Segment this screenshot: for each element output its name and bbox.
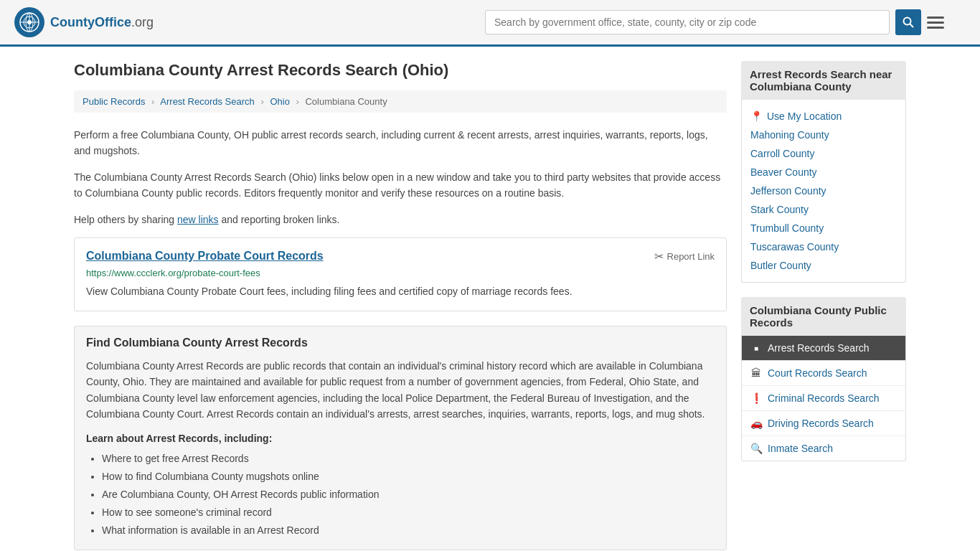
pub-rec-icon: 🔍 (750, 443, 762, 454)
use-location-item[interactable]: 📍 Use My Location (750, 107, 897, 126)
nearby-county-item[interactable]: Butler County (750, 256, 897, 275)
description-3: Help others by sharing new links and rep… (74, 212, 727, 227)
breadcrumb-arrest-records[interactable]: Arrest Records Search (160, 96, 255, 107)
report-link[interactable]: ✂ Report Link (654, 250, 715, 263)
nearby-county-item[interactable]: Stark County (750, 200, 897, 219)
pub-rec-icon: ❗ (750, 392, 762, 404)
pub-rec-icon: 🚗 (750, 418, 762, 429)
nearby-county-link[interactable]: Stark County (750, 204, 809, 215)
pub-rec-icon: 🏛 (750, 367, 762, 379)
pub-rec-item[interactable]: 🚗Driving Records Search (742, 411, 905, 436)
nearby-links: 📍 Use My Location Mahoning CountyCarroll… (741, 100, 906, 283)
breadcrumb-public-records[interactable]: Public Records (83, 96, 145, 107)
link-url[interactable]: https://www.ccclerk.org/probate-court-fe… (86, 268, 715, 278)
link-description: View Columbiana County Probate Court fee… (86, 284, 715, 299)
pub-rec-item[interactable]: ❗Criminal Records Search (742, 386, 905, 411)
report-icon: ✂ (654, 250, 664, 263)
pub-rec-section: Columbiana County Public Records ■Arrest… (741, 297, 906, 461)
pub-rec-icon: ■ (750, 344, 762, 352)
nearby-county-item[interactable]: Beaver County (750, 163, 897, 182)
logo-area: CountyOffice.org (14, 7, 154, 37)
pub-rec-item[interactable]: 🔍Inmate Search (742, 436, 905, 461)
search-button[interactable] (895, 9, 921, 35)
nearby-county-item[interactable]: Trumbull County (750, 219, 897, 237)
description-1: Perform a free Columbiana County, OH pub… (74, 127, 727, 159)
nearby-county-item[interactable]: Jefferson County (750, 182, 897, 200)
sidebar: Arrest Records Search near Columbiana Co… (741, 61, 906, 551)
nearby-county-item[interactable]: Tuscarawas County (750, 237, 897, 256)
svg-point-5 (27, 20, 32, 24)
logo-icon (14, 7, 44, 37)
logo-text: CountyOffice.org (50, 15, 154, 30)
search-area (485, 9, 944, 35)
pub-rec-item[interactable]: 🏛Court Records Search (742, 361, 905, 386)
nearby-county-link[interactable]: Beaver County (750, 166, 817, 178)
site-header: CountyOffice.org (0, 0, 980, 47)
nearby-county-item[interactable]: Mahoning County (750, 126, 897, 144)
find-section-body: Columbiana County Arrest Records are pub… (86, 358, 715, 423)
learn-list-item: What information is available in an Arre… (102, 522, 715, 540)
svg-point-6 (904, 18, 911, 25)
pub-rec-link[interactable]: Criminal Records Search (768, 392, 880, 404)
pub-rec-item[interactable]: ■Arrest Records Search (742, 336, 905, 361)
pub-rec-link[interactable]: Court Records Search (768, 367, 867, 379)
learn-list-item: Are Columbiana County, OH Arrest Records… (102, 486, 715, 504)
nearby-county-item[interactable]: Carroll County (750, 144, 897, 163)
nearby-county-link[interactable]: Mahoning County (750, 129, 829, 141)
svg-line-7 (910, 24, 914, 28)
main-container: Columbiana County Arrest Records Search … (60, 47, 920, 551)
pub-rec-title: Columbiana County Public Records (741, 297, 906, 336)
nearby-section: Arrest Records Search near Columbiana Co… (741, 61, 906, 283)
breadcrumb: Public Records › Arrest Records Search ›… (74, 90, 727, 113)
menu-button[interactable] (927, 17, 944, 29)
nearby-county-link[interactable]: Tuscarawas County (750, 241, 839, 253)
find-section-title: Find Columbiana County Arrest Records (86, 336, 715, 349)
pub-rec-label: Arrest Records Search (768, 342, 870, 354)
nearby-county-link[interactable]: Trumbull County (750, 222, 824, 234)
description-2: The Columbiana County Arrest Records Sea… (74, 169, 727, 202)
location-icon: 📍 (750, 110, 763, 122)
nearby-county-link[interactable]: Butler County (750, 260, 811, 271)
pub-rec-links: ■Arrest Records Search🏛Court Records Sea… (741, 336, 906, 461)
learn-list: Where to get free Arrest RecordsHow to f… (86, 450, 715, 540)
pub-rec-link[interactable]: Inmate Search (768, 443, 833, 454)
link-card-title[interactable]: Columbiana County Probate Court Records (86, 250, 324, 263)
page-title: Columbiana County Arrest Records Search … (74, 61, 727, 80)
nearby-county-link[interactable]: Jefferson County (750, 185, 826, 197)
learn-list-item: How to see someone's criminal record (102, 504, 715, 522)
learn-list-item: Where to get free Arrest Records (102, 450, 715, 468)
link-card: Columbiana County Probate Court Records … (74, 237, 727, 311)
search-input[interactable] (485, 10, 890, 34)
learn-list-item: How to find Columbiana County mugshots o… (102, 468, 715, 486)
use-location-link[interactable]: Use My Location (767, 110, 842, 122)
find-section: Find Columbiana County Arrest Records Co… (74, 326, 727, 551)
learn-heading: Learn about Arrest Records, including: (86, 433, 715, 444)
pub-rec-link[interactable]: Driving Records Search (768, 418, 874, 429)
content-area: Columbiana County Arrest Records Search … (74, 61, 727, 551)
new-links-link[interactable]: new links (177, 214, 219, 225)
nearby-county-link[interactable]: Carroll County (750, 148, 814, 159)
breadcrumb-current: Columbiana County (305, 96, 387, 107)
nearby-title: Arrest Records Search near Columbiana Co… (741, 61, 906, 100)
breadcrumb-ohio[interactable]: Ohio (270, 96, 289, 107)
